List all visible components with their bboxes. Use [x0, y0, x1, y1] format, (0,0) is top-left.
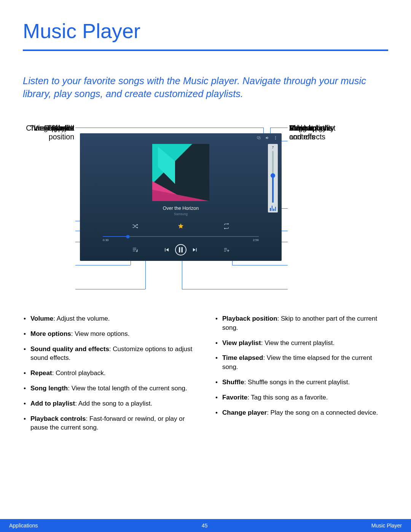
feature-list-right: Playback position: Skip to another part …	[215, 314, 388, 438]
feature-term: Song length	[30, 385, 68, 392]
leader-line	[232, 265, 288, 265]
album-art	[152, 144, 209, 201]
volume-slider-knob[interactable]	[271, 173, 275, 178]
play-pause-button[interactable]	[175, 244, 186, 256]
music-player-screenshot: 7 Over the Horizon Samsung	[80, 133, 282, 261]
feature-desc: : View more options.	[71, 330, 130, 337]
feature-term: View playlist	[222, 339, 261, 347]
feature-desc: : Adjust the volume.	[53, 315, 110, 322]
feature-desc: : Shuffle songs in the current playlist.	[244, 379, 350, 386]
shuffle-button[interactable]	[120, 222, 150, 231]
label-playback-controls: Playback controls	[289, 124, 319, 142]
feature-bullet: Playback controls: Fast-forward or rewin…	[23, 414, 196, 433]
pause-icon	[178, 247, 183, 252]
volume-level: 7	[272, 145, 274, 149]
seek-progress	[103, 236, 128, 237]
page-footer: Applications 45 Music Player	[0, 519, 411, 532]
feature-term: More options	[30, 330, 71, 337]
controls-row-top	[80, 222, 282, 231]
svg-rect-12	[182, 247, 183, 252]
label-playback-position-l2: position	[49, 133, 74, 141]
feature-term: Playback position	[222, 315, 277, 322]
feature-bullet: Time elapsed: View the time elapsed for …	[215, 353, 388, 372]
previous-button[interactable]	[163, 246, 170, 253]
feature-term: Sound quality and effects	[30, 345, 109, 353]
view-playlist-button[interactable]	[120, 243, 150, 257]
intro-text: Listen to your favorite songs with the M…	[23, 74, 388, 101]
footer-topic: Music Player	[371, 522, 402, 529]
feature-desc: : View the current playlist.	[261, 339, 335, 347]
feature-term: Favorite	[222, 394, 247, 401]
add-to-playlist-button[interactable]	[211, 243, 242, 257]
feature-term: Repeat	[30, 369, 52, 377]
seek-bar[interactable]: 0:30 2:56	[103, 233, 259, 241]
feature-term: Time elapsed	[222, 354, 263, 361]
title-rule	[23, 50, 388, 51]
feature-term: Add to playlist	[30, 400, 75, 407]
leader-line	[75, 289, 145, 289]
label-playback-position: Playback position	[44, 124, 74, 142]
more-options-icon[interactable]	[273, 136, 278, 140]
label-playback-position-l1: Playback	[44, 124, 74, 132]
top-bar	[256, 136, 278, 140]
time-total: 2:56	[253, 238, 259, 242]
feature-bullet: Sound quality and effects: Customize opt…	[23, 345, 196, 363]
svg-point-2	[275, 136, 276, 137]
next-button[interactable]	[192, 246, 199, 253]
feature-desc: : Play the song on a connected device.	[267, 409, 378, 416]
feature-bullet: Song length: View the total length of th…	[23, 384, 196, 393]
feature-term: Shuffle	[222, 379, 244, 386]
feature-bullet: Add to playlist: Add the song to a playl…	[23, 399, 196, 408]
feature-desc: : Control playback.	[52, 369, 106, 377]
page-title: Music Player	[23, 19, 140, 43]
feature-bullet: Favorite: Tag this song as a favorite.	[215, 393, 388, 402]
leader-line	[270, 128, 288, 128]
feature-bullet: View playlist: View the current playlist…	[215, 339, 388, 348]
feature-desc: : Add the song to a playlist.	[75, 400, 152, 407]
feature-desc: : Tag this song as a favorite.	[247, 394, 328, 401]
feature-bullet: Volume: Adjust the volume.	[23, 314, 196, 323]
feature-term: Volume	[30, 315, 53, 322]
annotated-screenshot: Change player Favorite Shuffle Time elap…	[23, 124, 388, 310]
svg-rect-11	[179, 247, 180, 252]
favorite-button[interactable]	[150, 222, 211, 231]
seek-knob[interactable]	[126, 235, 129, 238]
label-playback-controls-l2: controls	[289, 133, 315, 141]
leader-line	[75, 128, 263, 128]
volume-icon[interactable]	[265, 136, 269, 140]
song-title: Over the Horizon	[80, 206, 282, 211]
feature-bullet: More options: View more options.	[23, 329, 196, 339]
leader-line	[75, 265, 131, 265]
footer-section: Applications	[9, 522, 38, 529]
volume-slider-fill	[272, 176, 274, 203]
playback-controls	[150, 243, 211, 257]
svg-point-3	[275, 137, 276, 138]
svg-rect-1	[258, 138, 261, 139]
feature-description-columns: Volume: Adjust the volume.More options: …	[23, 314, 388, 438]
feature-term: Playback controls	[30, 415, 86, 422]
time-elapsed: 0:30	[103, 238, 109, 242]
feature-bullet: Change player: Play the song on a connec…	[215, 408, 388, 417]
repeat-button[interactable]	[211, 222, 242, 231]
volume-popup[interactable]: 7	[268, 144, 278, 212]
feature-bullet: Playback position: Skip to another part …	[215, 314, 388, 332]
footer-page-number: 45	[202, 522, 208, 529]
change-player-icon[interactable]	[256, 136, 261, 140]
song-artist: Samsung	[80, 212, 282, 216]
volume-slider-track[interactable]	[272, 151, 274, 203]
feature-bullet: Shuffle: Shuffle songs in the current pl…	[215, 378, 388, 387]
label-playback-controls-l1: Playback	[289, 124, 319, 132]
controls-row-bottom	[80, 243, 282, 257]
feature-desc: : View the total length of the current s…	[68, 385, 187, 392]
leader-line	[182, 289, 288, 289]
feature-list-left: Volume: Adjust the volume.More options: …	[23, 314, 196, 438]
svg-point-4	[275, 139, 276, 140]
feature-bullet: Repeat: Control playback.	[23, 369, 196, 378]
feature-term: Change player	[222, 409, 267, 416]
